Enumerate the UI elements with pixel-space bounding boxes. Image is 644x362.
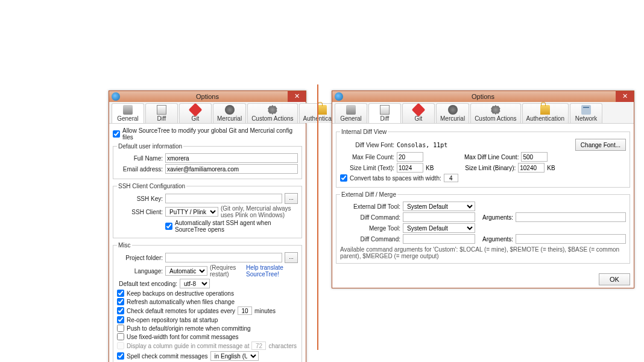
- app-icon: [112, 92, 120, 101]
- tab-mercurial[interactable]: Mercurial: [436, 103, 469, 123]
- titlebar[interactable]: Options ✕: [332, 91, 634, 102]
- ssh-key-label: SSH Key:: [117, 195, 163, 202]
- email-input[interactable]: [165, 164, 298, 174]
- column-guide-input: [251, 341, 266, 350]
- tab-diff[interactable]: Diff: [145, 103, 178, 123]
- max-file-count-label: Max File Count:: [340, 154, 394, 160]
- merge-cmd-input[interactable]: [403, 234, 475, 244]
- titlebar[interactable]: Options ✕: [109, 91, 306, 102]
- ext-diff-tool-label: External Diff Tool:: [340, 203, 400, 210]
- tab-git[interactable]: Git: [179, 103, 212, 123]
- options-window-diff: Options ✕ General Diff Git Mercurial Cus…: [332, 91, 634, 288]
- options-window-general: Options ✕ General Diff Git Mercurial Cus…: [109, 91, 306, 362]
- diff-args-input[interactable]: [516, 212, 626, 222]
- group-internal-diff: Internal Diff View Diff View Font: Conso…: [336, 129, 630, 188]
- project-folder-input[interactable]: [165, 253, 282, 262]
- chk-convert-tabs[interactable]: Convert tabs to spaces with width:: [340, 174, 626, 182]
- tab-custom[interactable]: Custom Actions: [247, 103, 297, 123]
- size-text-unit: KB: [426, 165, 434, 171]
- encoding-select[interactable]: utf-8: [180, 279, 210, 288]
- ssh-client-label: SSH Client:: [117, 209, 163, 215]
- spell-language-select[interactable]: in English (US): [210, 351, 259, 361]
- encoding-label: Default text encoding:: [117, 281, 177, 287]
- chk-keep-backups[interactable]: Keep backups on destructive operations: [117, 290, 298, 297]
- divider: [317, 84, 318, 350]
- tab-custom[interactable]: Custom Actions: [470, 103, 520, 123]
- email-label: Email address:: [117, 166, 163, 173]
- ext-diff-tool-select[interactable]: System Default: [403, 202, 475, 211]
- tab-width-input[interactable]: [444, 174, 458, 182]
- size-bin-input[interactable]: [518, 163, 545, 173]
- check-remotes-interval-input[interactable]: [238, 306, 252, 315]
- group-misc: Misc Project folder: ... Language: Autom…: [113, 242, 302, 362]
- body-general: Allow SourceTree to modify your global G…: [109, 124, 306, 362]
- ssh-client-select[interactable]: PuTTY / Plink: [165, 207, 218, 217]
- lock-icon: [540, 105, 550, 115]
- tab-general[interactable]: General: [335, 103, 367, 123]
- ok-button[interactable]: OK: [599, 273, 630, 285]
- tab-network[interactable]: Network: [570, 103, 602, 123]
- body-diff: Internal Diff View Diff View Font: Conso…: [332, 124, 634, 271]
- chk-column-guide[interactable]: Display a column guide in commit message…: [117, 341, 298, 350]
- diff-icon: [157, 105, 166, 115]
- tabbar: General Diff Git Mercurial Custom Action…: [109, 102, 306, 124]
- chk-check-remotes[interactable]: Check default remotes for updates everym…: [117, 306, 298, 315]
- chk-spell[interactable]: Spell check commit messagesin English (U…: [117, 351, 298, 361]
- tab-git[interactable]: Git: [402, 103, 435, 123]
- chk-ssh-autostart[interactable]: Automatically start SSH agent when Sourc…: [165, 220, 298, 233]
- legend-misc: Misc: [117, 242, 132, 249]
- merge-tool-label: Merge Tool:: [340, 225, 400, 232]
- project-folder-browse-button[interactable]: ...: [285, 252, 298, 263]
- window-title: Options: [472, 93, 494, 100]
- general-icon: [123, 105, 133, 115]
- app-icon: [335, 92, 343, 101]
- diff-icon: [380, 105, 390, 115]
- gear-icon: [268, 105, 277, 115]
- legend-external: External Diff / Merge: [340, 191, 397, 198]
- merge-args-input[interactable]: [516, 234, 626, 244]
- font-label: Diff View Font:: [340, 142, 394, 148]
- ssh-client-note: (Git only, Mercurial always uses Plink o…: [221, 205, 298, 218]
- tabbar: General Diff Git Mercurial Custom Action…: [332, 102, 634, 124]
- ssh-key-input[interactable]: [165, 194, 282, 203]
- size-text-label: Size Limit (Text):: [340, 165, 394, 171]
- ssh-key-browse-button[interactable]: ...: [285, 193, 298, 204]
- language-note: (Requires restart): [210, 264, 244, 278]
- merge-tool-select[interactable]: System Default: [403, 223, 475, 233]
- tab-diff[interactable]: Diff: [368, 103, 401, 123]
- tab-general[interactable]: General: [112, 103, 144, 123]
- full-name-input[interactable]: [165, 153, 298, 163]
- translate-link[interactable]: Help translate SourceTree!: [246, 264, 298, 278]
- diff-args-label: Arguments:: [482, 214, 513, 221]
- size-bin-unit: KB: [547, 165, 555, 171]
- close-button[interactable]: ✕: [616, 91, 634, 102]
- chk-fixed-width[interactable]: Use fixed-width font for commit messages: [117, 333, 298, 340]
- group-external-diff: External Diff / Merge External Diff Tool…: [336, 191, 630, 264]
- general-icon: [346, 105, 356, 115]
- tab-mercurial[interactable]: Mercurial: [213, 103, 246, 123]
- footer: OK: [332, 271, 634, 288]
- project-folder-label: Project folder:: [117, 255, 163, 261]
- chk-push-default[interactable]: Push to default/origin remote when commi…: [117, 325, 298, 332]
- legend-internal: Internal Diff View: [340, 129, 388, 135]
- tab-auth[interactable]: Authentication: [522, 103, 569, 123]
- language-select[interactable]: Automatic: [165, 266, 207, 276]
- max-file-count-input[interactable]: [397, 152, 423, 162]
- group-ssh: SSH Client Configuration SSH Key: ... SS…: [113, 183, 302, 238]
- language-label: Language:: [117, 268, 163, 275]
- merge-cmd-label: Diff Command:: [340, 236, 400, 243]
- change-font-button[interactable]: Change Font...: [575, 139, 626, 151]
- chk-allow-modify[interactable]: Allow SourceTree to modify your global G…: [113, 127, 302, 141]
- git-icon: [412, 103, 426, 117]
- diff-cmd-input[interactable]: [403, 212, 475, 222]
- close-button[interactable]: ✕: [288, 91, 306, 102]
- full-name-label: Full Name:: [117, 155, 163, 162]
- size-bin-label: Size Limit (Binary):: [465, 165, 516, 171]
- git-icon: [189, 103, 203, 117]
- max-line-count-input[interactable]: [521, 152, 548, 162]
- diff-cmd-label: Diff Command:: [340, 214, 400, 221]
- size-text-input[interactable]: [397, 163, 423, 173]
- chk-reopen-tabs[interactable]: Re-open repository tabs at startup: [117, 316, 298, 323]
- mercurial-icon: [448, 105, 458, 115]
- chk-refresh-auto[interactable]: Refresh automatically when files change: [117, 298, 298, 305]
